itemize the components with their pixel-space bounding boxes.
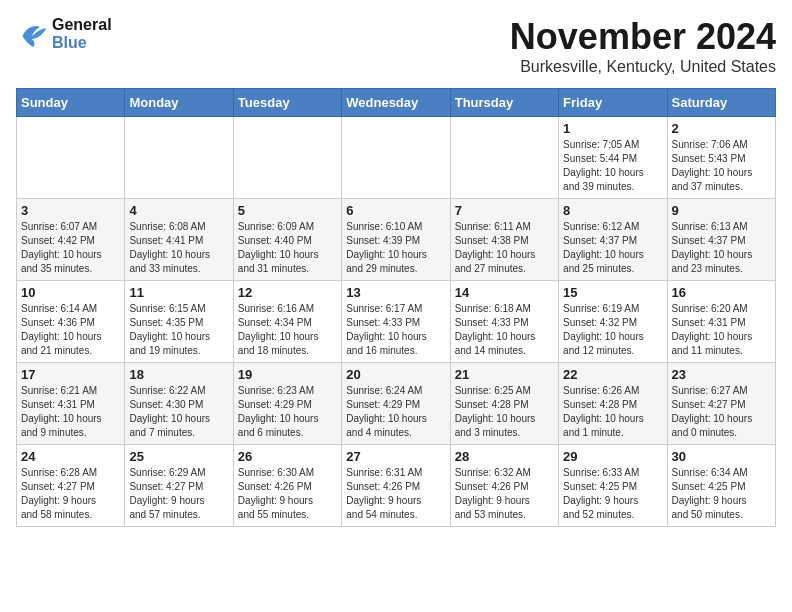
- day-number: 19: [238, 367, 337, 382]
- day-info: Sunrise: 6:24 AM Sunset: 4:29 PM Dayligh…: [346, 384, 445, 440]
- calendar-day-cell: 2Sunrise: 7:06 AM Sunset: 5:43 PM Daylig…: [667, 117, 775, 199]
- calendar-week-row: 24Sunrise: 6:28 AM Sunset: 4:27 PM Dayli…: [17, 445, 776, 527]
- calendar-day-cell: 3Sunrise: 6:07 AM Sunset: 4:42 PM Daylig…: [17, 199, 125, 281]
- calendar-week-row: 1Sunrise: 7:05 AM Sunset: 5:44 PM Daylig…: [17, 117, 776, 199]
- day-info: Sunrise: 6:08 AM Sunset: 4:41 PM Dayligh…: [129, 220, 228, 276]
- day-info: Sunrise: 7:05 AM Sunset: 5:44 PM Dayligh…: [563, 138, 662, 194]
- day-info: Sunrise: 6:23 AM Sunset: 4:29 PM Dayligh…: [238, 384, 337, 440]
- calendar-day-cell: 13Sunrise: 6:17 AM Sunset: 4:33 PM Dayli…: [342, 281, 450, 363]
- day-info: Sunrise: 6:31 AM Sunset: 4:26 PM Dayligh…: [346, 466, 445, 522]
- day-number: 29: [563, 449, 662, 464]
- day-info: Sunrise: 6:25 AM Sunset: 4:28 PM Dayligh…: [455, 384, 554, 440]
- day-info: Sunrise: 6:33 AM Sunset: 4:25 PM Dayligh…: [563, 466, 662, 522]
- calendar-day-cell: 14Sunrise: 6:18 AM Sunset: 4:33 PM Dayli…: [450, 281, 558, 363]
- day-info: Sunrise: 6:10 AM Sunset: 4:39 PM Dayligh…: [346, 220, 445, 276]
- calendar-day-cell: [125, 117, 233, 199]
- day-number: 23: [672, 367, 771, 382]
- logo: General Blue: [16, 16, 112, 52]
- calendar-day-cell: 8Sunrise: 6:12 AM Sunset: 4:37 PM Daylig…: [559, 199, 667, 281]
- calendar-day-cell: 29Sunrise: 6:33 AM Sunset: 4:25 PM Dayli…: [559, 445, 667, 527]
- month-title: November 2024: [510, 16, 776, 58]
- calendar-day-cell: [342, 117, 450, 199]
- day-info: Sunrise: 6:28 AM Sunset: 4:27 PM Dayligh…: [21, 466, 120, 522]
- day-info: Sunrise: 6:13 AM Sunset: 4:37 PM Dayligh…: [672, 220, 771, 276]
- calendar-day-cell: 7Sunrise: 6:11 AM Sunset: 4:38 PM Daylig…: [450, 199, 558, 281]
- day-info: Sunrise: 6:29 AM Sunset: 4:27 PM Dayligh…: [129, 466, 228, 522]
- day-info: Sunrise: 6:27 AM Sunset: 4:27 PM Dayligh…: [672, 384, 771, 440]
- day-number: 11: [129, 285, 228, 300]
- calendar-day-cell: [450, 117, 558, 199]
- day-info: Sunrise: 6:22 AM Sunset: 4:30 PM Dayligh…: [129, 384, 228, 440]
- day-number: 25: [129, 449, 228, 464]
- day-number: 10: [21, 285, 120, 300]
- calendar-day-cell: 24Sunrise: 6:28 AM Sunset: 4:27 PM Dayli…: [17, 445, 125, 527]
- calendar-day-cell: 15Sunrise: 6:19 AM Sunset: 4:32 PM Dayli…: [559, 281, 667, 363]
- calendar-day-cell: 12Sunrise: 6:16 AM Sunset: 4:34 PM Dayli…: [233, 281, 341, 363]
- day-number: 5: [238, 203, 337, 218]
- day-info: Sunrise: 6:09 AM Sunset: 4:40 PM Dayligh…: [238, 220, 337, 276]
- day-number: 22: [563, 367, 662, 382]
- calendar-day-cell: 6Sunrise: 6:10 AM Sunset: 4:39 PM Daylig…: [342, 199, 450, 281]
- calendar-week-row: 10Sunrise: 6:14 AM Sunset: 4:36 PM Dayli…: [17, 281, 776, 363]
- day-number: 3: [21, 203, 120, 218]
- calendar-day-cell: 9Sunrise: 6:13 AM Sunset: 4:37 PM Daylig…: [667, 199, 775, 281]
- day-number: 7: [455, 203, 554, 218]
- day-info: Sunrise: 6:11 AM Sunset: 4:38 PM Dayligh…: [455, 220, 554, 276]
- day-number: 20: [346, 367, 445, 382]
- day-number: 15: [563, 285, 662, 300]
- day-info: Sunrise: 6:12 AM Sunset: 4:37 PM Dayligh…: [563, 220, 662, 276]
- calendar-day-cell: 27Sunrise: 6:31 AM Sunset: 4:26 PM Dayli…: [342, 445, 450, 527]
- calendar-week-row: 17Sunrise: 6:21 AM Sunset: 4:31 PM Dayli…: [17, 363, 776, 445]
- day-number: 16: [672, 285, 771, 300]
- calendar-header-row: SundayMondayTuesdayWednesdayThursdayFrid…: [17, 89, 776, 117]
- day-info: Sunrise: 6:17 AM Sunset: 4:33 PM Dayligh…: [346, 302, 445, 358]
- day-info: Sunrise: 6:20 AM Sunset: 4:31 PM Dayligh…: [672, 302, 771, 358]
- day-number: 14: [455, 285, 554, 300]
- calendar-table: SundayMondayTuesdayWednesdayThursdayFrid…: [16, 88, 776, 527]
- day-of-week-header: Tuesday: [233, 89, 341, 117]
- calendar-day-cell: 16Sunrise: 6:20 AM Sunset: 4:31 PM Dayli…: [667, 281, 775, 363]
- logo-text: General Blue: [52, 16, 112, 52]
- day-of-week-header: Thursday: [450, 89, 558, 117]
- day-number: 28: [455, 449, 554, 464]
- day-number: 2: [672, 121, 771, 136]
- day-info: Sunrise: 6:16 AM Sunset: 4:34 PM Dayligh…: [238, 302, 337, 358]
- calendar-day-cell: 23Sunrise: 6:27 AM Sunset: 4:27 PM Dayli…: [667, 363, 775, 445]
- title-area: November 2024 Burkesville, Kentucky, Uni…: [510, 16, 776, 76]
- calendar-day-cell: 10Sunrise: 6:14 AM Sunset: 4:36 PM Dayli…: [17, 281, 125, 363]
- day-number: 12: [238, 285, 337, 300]
- day-number: 1: [563, 121, 662, 136]
- calendar-day-cell: 21Sunrise: 6:25 AM Sunset: 4:28 PM Dayli…: [450, 363, 558, 445]
- day-info: Sunrise: 6:18 AM Sunset: 4:33 PM Dayligh…: [455, 302, 554, 358]
- day-info: Sunrise: 7:06 AM Sunset: 5:43 PM Dayligh…: [672, 138, 771, 194]
- day-info: Sunrise: 6:32 AM Sunset: 4:26 PM Dayligh…: [455, 466, 554, 522]
- day-info: Sunrise: 6:07 AM Sunset: 4:42 PM Dayligh…: [21, 220, 120, 276]
- day-of-week-header: Sunday: [17, 89, 125, 117]
- calendar-day-cell: 25Sunrise: 6:29 AM Sunset: 4:27 PM Dayli…: [125, 445, 233, 527]
- day-info: Sunrise: 6:19 AM Sunset: 4:32 PM Dayligh…: [563, 302, 662, 358]
- day-info: Sunrise: 6:15 AM Sunset: 4:35 PM Dayligh…: [129, 302, 228, 358]
- day-number: 18: [129, 367, 228, 382]
- calendar-day-cell: 17Sunrise: 6:21 AM Sunset: 4:31 PM Dayli…: [17, 363, 125, 445]
- day-number: 30: [672, 449, 771, 464]
- day-info: Sunrise: 6:34 AM Sunset: 4:25 PM Dayligh…: [672, 466, 771, 522]
- logo-icon: [16, 20, 48, 48]
- page-header: General Blue November 2024 Burkesville, …: [16, 16, 776, 76]
- day-number: 24: [21, 449, 120, 464]
- day-number: 6: [346, 203, 445, 218]
- day-number: 9: [672, 203, 771, 218]
- calendar-day-cell: 18Sunrise: 6:22 AM Sunset: 4:30 PM Dayli…: [125, 363, 233, 445]
- calendar-day-cell: 5Sunrise: 6:09 AM Sunset: 4:40 PM Daylig…: [233, 199, 341, 281]
- day-of-week-header: Monday: [125, 89, 233, 117]
- calendar-day-cell: 30Sunrise: 6:34 AM Sunset: 4:25 PM Dayli…: [667, 445, 775, 527]
- day-number: 8: [563, 203, 662, 218]
- day-number: 17: [21, 367, 120, 382]
- day-of-week-header: Wednesday: [342, 89, 450, 117]
- calendar-day-cell: 20Sunrise: 6:24 AM Sunset: 4:29 PM Dayli…: [342, 363, 450, 445]
- location-subtitle: Burkesville, Kentucky, United States: [510, 58, 776, 76]
- day-number: 27: [346, 449, 445, 464]
- day-of-week-header: Saturday: [667, 89, 775, 117]
- day-number: 26: [238, 449, 337, 464]
- day-info: Sunrise: 6:21 AM Sunset: 4:31 PM Dayligh…: [21, 384, 120, 440]
- calendar-day-cell: 26Sunrise: 6:30 AM Sunset: 4:26 PM Dayli…: [233, 445, 341, 527]
